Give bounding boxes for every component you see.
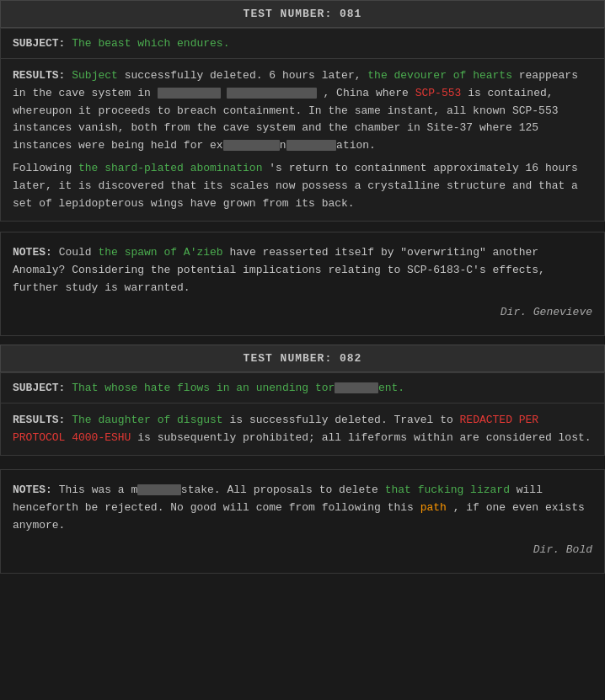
redacted-word-2 <box>286 140 336 151</box>
notes-text-082: NOTES: This was a m stake. All proposals… <box>13 482 592 534</box>
subject-green-082: That whose hate flows in an unending tor <box>72 382 335 394</box>
test-082-results-block: RESULTS: The daughter of disgust is succ… <box>0 403 605 457</box>
subject-label-081: SUBJECT: <box>13 37 65 50</box>
test-082-header-text: TEST NUMBER: 082 <box>244 352 362 365</box>
test-081-header-text: TEST NUMBER: 081 <box>244 8 362 20</box>
notes-sig-082: Dir. Bold <box>13 543 592 556</box>
test-081-header: TEST NUMBER: 081 <box>0 0 605 28</box>
notes-sig-081: Dir. Genevieve <box>13 306 592 318</box>
notes-this: This was a m <box>59 484 138 496</box>
redacted-word-1 <box>223 140 280 151</box>
test-082-header: TEST NUMBER: 082 <box>0 345 605 372</box>
test-081-notes-block: NOTES: Could the spawn of A'zieb have re… <box>0 232 605 335</box>
results-n: n <box>280 139 286 152</box>
daughter-text: The daughter of disgust <box>72 414 222 426</box>
devourer-text: the devourer of hearts <box>367 69 512 82</box>
following-text: Following <box>13 162 78 174</box>
redacted-location-1 <box>158 88 221 99</box>
test-082-notes-block: NOTES: This was a m stake. All proposals… <box>0 469 605 573</box>
notes-label-081: NOTES: <box>13 246 52 259</box>
notes-label-082: NOTES: <box>13 484 52 496</box>
subject-ent: ent. <box>378 382 404 394</box>
results-p2-081: Following the shard-plated abomination '… <box>13 160 592 212</box>
redacted-char-082 <box>137 484 181 495</box>
spawn-text: the spawn of A'zieb <box>98 246 222 259</box>
scp-553-ref: SCP-553 <box>415 87 462 99</box>
lizard-text: that fucking lizard <box>385 484 510 496</box>
results-082: RESULTS: The daughter of disgust is succ… <box>13 412 592 447</box>
notes-could: Could <box>59 246 99 259</box>
test-081-results-block: RESULTS: Subject successfully deleted. 6… <box>0 59 605 222</box>
test-082-subject-block: SUBJECT: That whose hate flows in an une… <box>0 372 605 403</box>
redacted-location-2 <box>227 88 316 99</box>
results-082-text2: is subsequently prohibited; all lifeform… <box>137 431 591 444</box>
path-text: path <box>420 501 447 514</box>
results-label-081: RESULTS: <box>13 69 65 82</box>
subject-word: Subject <box>72 69 118 82</box>
spacer-3 <box>0 456 605 464</box>
notes-text-081: NOTES: Could the spawn of A'zieb have re… <box>13 244 592 297</box>
subject-value-081: The beast which endures. <box>72 37 229 50</box>
spacer-1 <box>0 222 605 227</box>
subject-redacted-082 <box>335 382 378 393</box>
test-081-subject-block: SUBJECT: The beast which endures. <box>0 28 605 59</box>
results-label-082: RESULTS: <box>13 414 65 426</box>
results-082-text1: is successfully deleted. Travel to <box>229 414 459 426</box>
notes-stake: stake. All proposals to delete <box>181 484 385 496</box>
spacer-2 <box>0 336 605 345</box>
results-p1-081: RESULTS: Subject successfully deleted. 6… <box>13 67 592 155</box>
results-text-a: successfully deleted. 6 hours later, <box>125 69 368 82</box>
results-text-c: , China where <box>324 87 415 99</box>
results-ation: ation. <box>336 139 376 152</box>
subject-label-082: SUBJECT: <box>13 382 65 394</box>
shard-plated-text: the shard-plated abomination <box>78 162 262 174</box>
